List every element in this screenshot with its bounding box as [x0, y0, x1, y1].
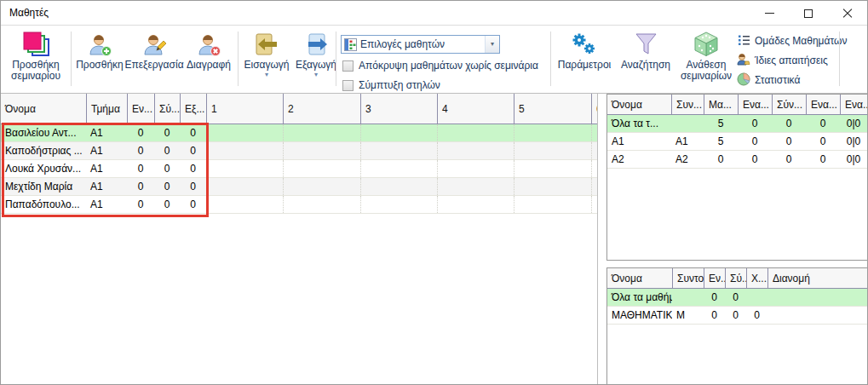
- maximize-button[interactable]: [789, 1, 828, 26]
- add-seminar-button[interactable]: Προσθήκη σεμιναρίου: [3, 29, 69, 82]
- student-value: 0: [180, 196, 206, 213]
- edit-student-button[interactable]: Επεξεργασία: [126, 29, 182, 71]
- column-header-sy[interactable]: Σύ...: [154, 94, 180, 124]
- student-class: Α1: [86, 160, 127, 177]
- toolbar-separator: [550, 32, 551, 86]
- student-value: 0: [180, 178, 206, 195]
- course-name: Όλα τα μαθήμ...: [607, 289, 672, 306]
- column-header-ena3[interactable]: Ενα...: [840, 95, 867, 115]
- column-header-syn2[interactable]: Σύν...: [772, 95, 806, 115]
- column-header-synto[interactable]: Συντο...: [672, 268, 704, 289]
- window-title: Μαθητές: [9, 7, 49, 19]
- student-row[interactable]: Καποδήστριας ... Α1 0 0 0: [1, 142, 597, 160]
- same-requirements-button[interactable]: Ίδιες απαιτήσεις: [737, 52, 828, 69]
- assign-seminars-button[interactable]: Ανάθεση σεμιναρίων: [677, 29, 735, 82]
- column-header-x[interactable]: Χ...: [746, 268, 767, 289]
- column-header-class[interactable]: Τμήμα: [86, 94, 127, 124]
- course-short: [672, 289, 704, 306]
- classes-summary-table: Όνομα Συν... Μα... Ενα... Σύν... Ενα... …: [606, 94, 868, 261]
- import-dropdown-icon[interactable]: ▾: [265, 72, 268, 78]
- class-value: 0|0: [840, 151, 867, 168]
- column-header-sy[interactable]: Σύ...: [725, 268, 746, 289]
- column-header-name[interactable]: Όνομα: [607, 95, 671, 115]
- student-name: Παπαδόπουλο...: [1, 196, 86, 213]
- class-row[interactable]: Όλα τα τ... 5 0 0 0 0|0: [607, 115, 867, 133]
- class-value: 0: [738, 115, 772, 132]
- class-value: 0: [772, 133, 806, 150]
- column-header-syn[interactable]: Συν...: [671, 95, 704, 115]
- content-area: Όνομα Τμήμα Εν... Σύ... Εξ... 1 2 3 4 5 …: [1, 94, 868, 385]
- export-button[interactable]: Εξαγωγή ▾: [293, 29, 339, 78]
- course-groups-button[interactable]: Ομάδες Μαθημάτων: [737, 32, 847, 49]
- column-header-3[interactable]: 3: [360, 94, 437, 124]
- empty-cell: [360, 142, 437, 159]
- column-header-en[interactable]: Εν...: [704, 268, 725, 289]
- students-table: Όνομα Τμήμα Εν... Σύ... Εξ... 1 2 3 4 5 …: [1, 94, 598, 385]
- student-value: 0: [180, 142, 206, 159]
- column-header-ex[interactable]: Εξ...: [180, 94, 206, 124]
- column-header-ena2[interactable]: Ενα...: [806, 95, 840, 115]
- parameters-label: Παράμετροι: [558, 60, 612, 71]
- empty-cell: [437, 142, 514, 159]
- class-row[interactable]: Α1 Α1 5 0 0 0 0|0: [607, 133, 867, 151]
- column-header-name[interactable]: Όνομα: [1, 94, 86, 124]
- column-header-5[interactable]: 5: [514, 94, 591, 124]
- course-name: ΜΑΘΗΜΑΤΙΚΑ: [607, 307, 672, 324]
- empty-cell: [206, 196, 283, 213]
- column-header-ma[interactable]: Μα...: [704, 95, 738, 115]
- student-row[interactable]: Παπαδόπουλο... Α1 0 0 0: [1, 196, 597, 214]
- column-header-dianomi[interactable]: Διανομή: [767, 268, 867, 289]
- column-header-2[interactable]: 2: [283, 94, 360, 124]
- column-header-en[interactable]: Εν...: [127, 94, 154, 124]
- student-options-dropdown[interactable]: Επιλογές μαθητών ▾: [341, 35, 500, 54]
- add-student-button[interactable]: Προσθήκη: [75, 29, 124, 71]
- column-header-ena[interactable]: Ενα...: [738, 95, 772, 115]
- student-row[interactable]: Λουκά Χρυσάν... Α1 0 0 0: [1, 160, 597, 178]
- student-value: 0: [127, 160, 154, 177]
- statistics-button[interactable]: Στατιστικά: [737, 72, 800, 89]
- student-row[interactable]: Βασιλείου Αντ... Α1 0 0 0: [1, 124, 597, 142]
- empty-cell: [514, 196, 591, 213]
- column-header-name[interactable]: Όνομα: [607, 268, 672, 289]
- student-value: 0: [127, 178, 154, 195]
- course-row[interactable]: ΜΑΘΗΜΑΤΙΚΑ Μ 0 0 0: [607, 307, 867, 325]
- list-icon: [737, 33, 750, 49]
- students-table-header: Όνομα Τμήμα Εν... Σύ... Εξ... 1 2 3 4 5 …: [1, 94, 597, 124]
- empty-cell: [283, 178, 360, 195]
- empty-cell: [591, 142, 597, 159]
- student-class: Α1: [86, 124, 127, 141]
- import-button[interactable]: Εισαγωγή ▾: [242, 29, 291, 78]
- dropdown-arrow-button[interactable]: ▾: [485, 36, 499, 53]
- empty-cell: [360, 160, 437, 177]
- empty-cell: [283, 160, 360, 177]
- class-short: Α1: [671, 133, 704, 150]
- statistics-label: Στατιστικά: [755, 75, 800, 86]
- minimize-button[interactable]: [750, 1, 789, 26]
- student-row[interactable]: Μεχτίδη Μαρία Α1 0 0 0: [1, 178, 597, 196]
- course-value: 0: [725, 289, 746, 306]
- course-row[interactable]: Όλα τα μαθήμ... 0 0: [607, 289, 867, 307]
- title-bar: Μαθητές: [1, 1, 867, 26]
- class-name: Α1: [607, 133, 671, 150]
- collapse-columns-checkbox[interactable]: [342, 80, 354, 91]
- export-dropdown-icon[interactable]: ▾: [314, 72, 318, 78]
- empty-cell: [514, 142, 591, 159]
- class-row[interactable]: Α2 Α2 0 0 0 0 0|0: [607, 151, 867, 169]
- search-button[interactable]: Αναζήτηση: [616, 29, 675, 71]
- column-header-4[interactable]: 4: [437, 94, 514, 124]
- student-value: 0: [180, 160, 206, 177]
- column-header-6[interactable]: 6: [591, 94, 597, 124]
- class-name: Όλα τα τ...: [607, 115, 671, 132]
- student-name: Βασιλείου Αντ...: [1, 124, 86, 141]
- toolbar-separator: [336, 32, 336, 86]
- hide-courses-checkbox[interactable]: [342, 60, 354, 72]
- student-class: Α1: [86, 178, 127, 195]
- parameters-button[interactable]: Παράμετροι: [555, 29, 614, 71]
- column-header-1[interactable]: 1: [206, 94, 283, 124]
- course-value: 0: [746, 307, 767, 324]
- import-icon: [253, 29, 280, 60]
- close-button[interactable]: [828, 1, 867, 26]
- delete-student-button[interactable]: Διαγραφή: [184, 29, 233, 71]
- empty-cell: [437, 178, 514, 195]
- maximize-icon: [804, 9, 813, 18]
